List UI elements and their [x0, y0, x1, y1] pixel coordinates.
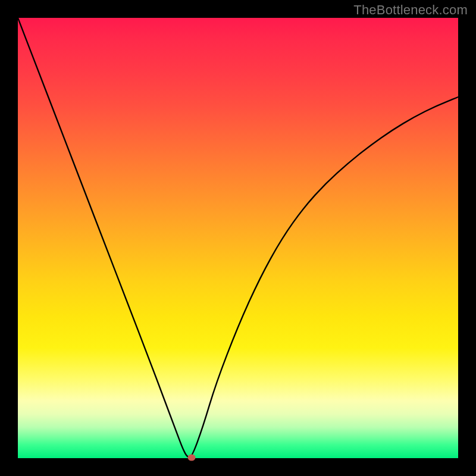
watermark-text: TheBottleneck.com: [353, 2, 468, 18]
bottleneck-marker: [188, 454, 196, 461]
chart-frame: TheBottleneck.com: [0, 0, 476, 476]
plot-area: [18, 18, 458, 458]
bottleneck-curve: [18, 18, 458, 458]
